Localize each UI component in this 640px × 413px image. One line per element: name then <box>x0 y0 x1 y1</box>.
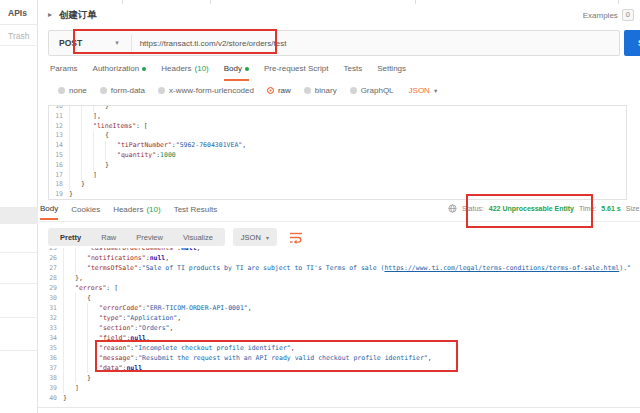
network-globe-icon <box>448 204 457 213</box>
line-number: 32 <box>43 313 63 323</box>
body-mode-raw[interactable]: raw <box>267 86 291 95</box>
sidebar-item-trash[interactable]: Trash <box>8 31 29 41</box>
code-line-27: 27"termsOfSale": "Sale of TI products by… <box>43 263 640 273</box>
code-line-28: 28}, <box>43 273 640 283</box>
view-mode-raw[interactable]: Raw <box>91 233 126 242</box>
sidebar-divider <box>0 317 38 318</box>
radio-icon <box>58 87 65 94</box>
line-number: 12 <box>49 122 69 132</box>
examples-dropdown[interactable]: Examples 0 <box>583 9 634 21</box>
sidebar-divider <box>0 283 38 284</box>
postman-window: APIs Trash ▸ 创建订单 Examples 0 POST ▾ http <box>0 0 640 413</box>
line-number: 13 <box>49 131 69 141</box>
line-number: 18 <box>49 180 69 190</box>
sidebar-divider <box>0 45 38 46</box>
examples-label: Examples <box>583 11 618 20</box>
view-mode-pretty[interactable]: Pretty <box>50 233 91 242</box>
code-line-18[interactable]: 18} <box>49 180 626 190</box>
body-mode-x-www-form-urlencoded[interactable]: x-www-form-urlencoded <box>158 86 254 95</box>
code-line-17[interactable]: 17] <box>49 171 626 181</box>
code-line-26: 26"notifications": null, <box>43 253 640 263</box>
line-number: 34 <box>43 333 63 343</box>
request-tab-tests[interactable]: Tests <box>343 64 362 79</box>
radio-icon <box>304 87 311 94</box>
chevron-down-icon[interactable]: ▾ <box>115 39 119 47</box>
radio-icon <box>100 87 107 94</box>
code-line-14[interactable]: 14"tiPartNumber": "5962-7604301VEA", <box>49 141 626 151</box>
code-line-15[interactable]: 15"quantity": 1000 <box>49 151 626 161</box>
sidebar-divider <box>0 24 38 25</box>
code-line-16[interactable]: 16} <box>49 161 626 171</box>
response-language: JSON <box>241 233 261 242</box>
examples-count-badge: 0 <box>622 9 634 21</box>
url-bar: POST ▾ https://transact.ti.com/v2/store/… <box>48 30 620 56</box>
line-number: 40 <box>43 393 63 403</box>
line-number: 30 <box>43 293 63 303</box>
line-number: 31 <box>43 303 63 313</box>
code-line-40: 40} <box>43 393 640 403</box>
code-line-12[interactable]: 12"lineItems": [ <box>49 122 626 132</box>
line-number: 38 <box>43 373 63 383</box>
body-mode-binary[interactable]: binary <box>304 86 337 95</box>
chevron-right-icon[interactable]: ▸ <box>48 10 52 19</box>
response-tab-cookies[interactable]: Cookies <box>71 204 100 220</box>
request-tab-authorization[interactable]: Authorization <box>93 64 147 79</box>
response-tab-headers[interactable]: Headers(10) <box>113 204 160 220</box>
request-tab-pre-request-script[interactable]: Pre-request Script <box>264 64 328 79</box>
code-line-34: 34"field": null, <box>43 333 640 343</box>
wrap-text-icon[interactable] <box>289 231 303 244</box>
request-tabs: ParamsAuthorizationHeaders(10)BodyPre-re… <box>50 64 421 81</box>
request-panel: ▸ 创建订单 Examples 0 POST ▾ https://transac… <box>38 0 640 413</box>
time-value: 5.61 s <box>601 205 620 212</box>
code-line-13[interactable]: 13{ <box>49 131 626 141</box>
code-line-11[interactable]: 11], <box>49 112 626 122</box>
tab-count: (10) <box>195 64 209 73</box>
request-title: 创建订单 <box>59 9 97 22</box>
code-line-29: 29"errors": [ <box>43 283 640 293</box>
line-number: 35 <box>43 343 63 353</box>
line-number: 19 <box>49 190 69 200</box>
response-tab-test-results[interactable]: Test Results <box>174 204 218 220</box>
chevron-down-icon: ▾ <box>434 87 437 95</box>
request-tab-headers[interactable]: Headers(10) <box>161 64 208 79</box>
code-line-19[interactable]: 19} <box>49 190 626 200</box>
sidebar-divider <box>0 350 38 351</box>
terms-of-sale-link[interactable]: https://www.ti.com/legal/terms-condition… <box>384 263 619 273</box>
response-tab-body[interactable]: Body <box>40 204 58 220</box>
code-line-32: 32"type": "Application", <box>43 313 640 323</box>
line-number: 27 <box>43 263 63 273</box>
line-number: 14 <box>49 141 69 151</box>
response-tabs: BodyCookiesHeaders(10)Test Results <box>40 204 230 220</box>
body-mode-form-data[interactable]: form-data <box>100 86 145 95</box>
line-number: 16 <box>49 161 69 171</box>
view-mode-switch: PrettyRawPreviewVisualize <box>48 228 225 246</box>
line-number: 26 <box>43 253 63 263</box>
line-number: 28 <box>43 273 63 283</box>
view-mode-visualize[interactable]: Visualize <box>173 233 223 242</box>
code-line-39: 39] <box>43 383 640 393</box>
body-mode-graphql[interactable]: GraphQL <box>350 86 394 95</box>
request-tab-body[interactable]: Body <box>224 64 249 81</box>
line-number: 37 <box>43 363 63 373</box>
response-language-dropdown[interactable]: JSON ▾ <box>233 228 277 246</box>
request-tab-settings[interactable]: Settings <box>377 64 406 79</box>
url-input[interactable]: https://transact.ti.com/v2/store/orders/… <box>140 39 287 48</box>
method-selector[interactable]: POST <box>49 38 82 48</box>
request-tab-params[interactable]: Params <box>50 64 78 79</box>
green-dot-icon <box>142 67 146 71</box>
request-body-editor[interactable]: 10}11],12"lineItems": [13{14"tiPartNumbe… <box>48 105 627 200</box>
code-line-10[interactable]: 10} <box>49 105 626 112</box>
sidebar: APIs Trash <box>0 0 38 413</box>
radio-icon <box>158 87 165 94</box>
response-body: 25"customerOrderComments": null,26"notif… <box>38 248 640 408</box>
code-line-38: 38} <box>43 373 640 383</box>
url-divider <box>131 35 132 51</box>
code-line-30: 30{ <box>43 293 640 303</box>
sidebar-item-apis[interactable]: APIs <box>8 8 27 18</box>
sidebar-selected-row[interactable] <box>0 207 38 224</box>
send-button[interactable]: Send <box>624 30 640 56</box>
line-number: 29 <box>43 283 63 293</box>
body-language-dropdown[interactable]: JSON▾ <box>409 86 438 95</box>
view-mode-preview[interactable]: Preview <box>126 233 173 242</box>
body-mode-none[interactable]: none <box>58 86 87 95</box>
